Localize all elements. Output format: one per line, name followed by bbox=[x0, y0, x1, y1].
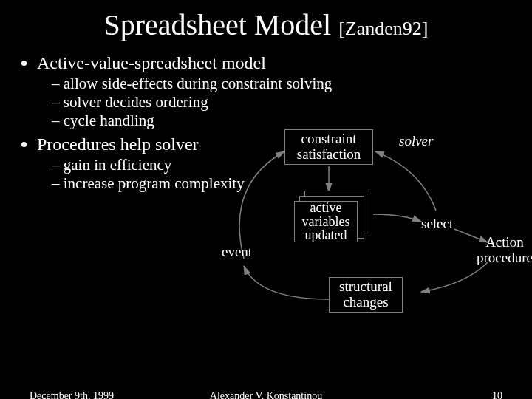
label-action-l2: procedure bbox=[477, 250, 532, 265]
footer-page: 10 bbox=[492, 390, 502, 399]
bullet-1: Active-value-spreadsheet model allow sid… bbox=[37, 53, 332, 130]
sublist-1: allow side-effects during constraint sol… bbox=[37, 75, 332, 130]
box-active-l3: updated bbox=[305, 228, 347, 242]
citation: [Zanden92] bbox=[338, 18, 428, 39]
bullet-1-1: allow side-effects during constraint sol… bbox=[52, 75, 332, 93]
box-constraint-text: constraint satisfaction bbox=[288, 132, 369, 163]
box-active-variables-stack: active variables updated bbox=[294, 191, 374, 242]
box-constraint-satisfaction: constraint satisfaction bbox=[284, 129, 373, 165]
box-structural-changes: structural changes bbox=[329, 277, 403, 313]
bullet-2-text: Procedures help solver bbox=[37, 134, 199, 154]
title-text: Spreadsheet Model bbox=[104, 8, 332, 41]
label-select: select bbox=[421, 216, 453, 232]
box-structural-text: structural changes bbox=[332, 279, 399, 310]
label-action-l1: Action bbox=[485, 234, 524, 250]
bullet-1-text: Active-value-spreadsheet model bbox=[37, 53, 266, 72]
label-solver: solver bbox=[399, 133, 433, 149]
box-active-l2: variables bbox=[302, 215, 350, 229]
label-event: event bbox=[222, 244, 252, 260]
diagram: constraint satisfaction active variables… bbox=[214, 126, 532, 347]
slide-title: Spreadsheet Model [Zanden92] bbox=[0, 7, 532, 42]
label-action-procedure: Action procedure bbox=[477, 235, 532, 266]
slide: Spreadsheet Model [Zanden92] Active-valu… bbox=[0, 0, 532, 399]
footer-author: Alexander V. Konstantinou bbox=[0, 390, 532, 399]
bullet-1-2: solver decides ordering bbox=[52, 93, 332, 112]
box-active-l1: active bbox=[310, 201, 342, 215]
